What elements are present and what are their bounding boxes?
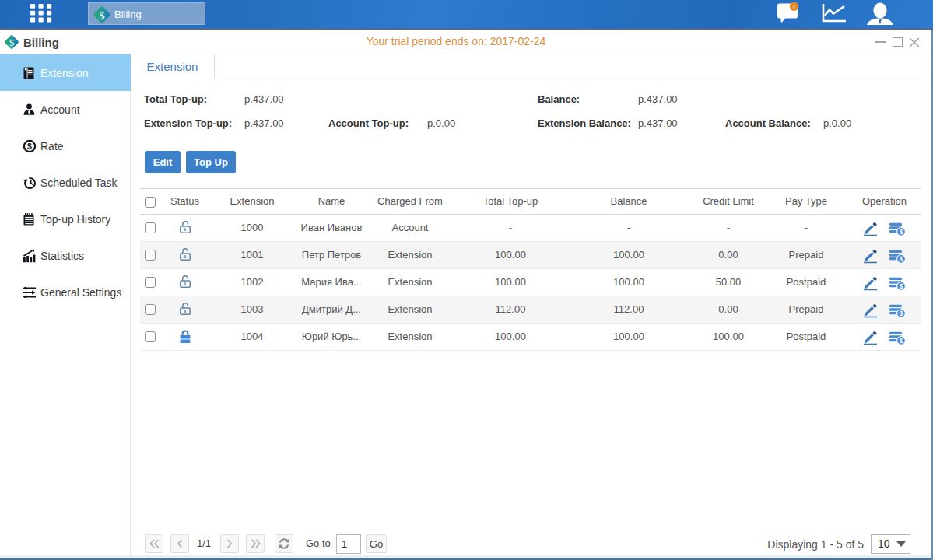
svg-text:$: $ (900, 337, 903, 345)
svg-text:$: $ (900, 255, 903, 263)
svg-text:!: ! (793, 3, 795, 11)
svg-text:$: $ (99, 9, 104, 22)
svg-text:$: $ (900, 310, 903, 317)
svg-text:$: $ (9, 37, 14, 48)
svg-text:$: $ (27, 141, 32, 150)
svg-text:$: $ (900, 282, 903, 290)
svg-text:$: $ (900, 228, 903, 236)
